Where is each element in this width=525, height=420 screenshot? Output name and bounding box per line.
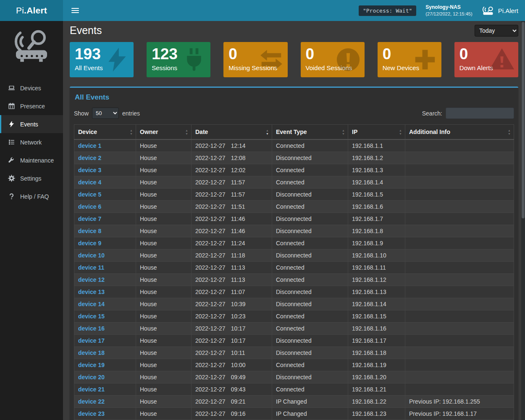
- ip-cell: 192.168.1.7: [348, 213, 405, 225]
- sidebar-item-devices[interactable]: Devices: [0, 79, 63, 97]
- device-link[interactable]: device 1: [78, 142, 101, 149]
- device-link[interactable]: device 22: [78, 398, 105, 405]
- table-row: device 18House2022-12-2710:11Disconnecte…: [74, 347, 514, 359]
- device-link[interactable]: device 19: [78, 362, 105, 368]
- calendar-icon: [8, 102, 15, 110]
- events-table: Device▲▼Owner▲▼Date▲▼Event Type▲▼IP▲▼Add…: [74, 124, 514, 420]
- date-cell: 2022-12-2711:18: [192, 249, 272, 262]
- event-type-cell: Connected: [272, 237, 348, 249]
- column-header-additional-info[interactable]: Additional Info▲▼: [405, 125, 514, 140]
- date-cell: 2022-12-2711:13: [192, 262, 272, 274]
- period-select[interactable]: Today: [475, 25, 518, 37]
- ip-cell: 192.168.1.10: [348, 249, 405, 262]
- device-link[interactable]: device 2: [78, 155, 101, 161]
- additional-info-cell: [405, 286, 514, 298]
- ip-cell: 192.168.1.14: [348, 298, 405, 310]
- page-title: Events: [70, 24, 102, 37]
- ip-cell: 192.168.1.17: [348, 335, 405, 347]
- device-link[interactable]: device 15: [78, 313, 105, 320]
- sidebar-toggle-button[interactable]: [70, 5, 81, 16]
- date-cell: 2022-12-2711:07: [192, 286, 272, 298]
- event-type-cell: Disconnected: [272, 286, 348, 298]
- device-link[interactable]: device 13: [78, 289, 105, 295]
- device-link[interactable]: device 17: [78, 337, 105, 344]
- owner-cell: House: [136, 201, 192, 213]
- stat-cards: 193All Events123Sessions0Missing Session…: [70, 42, 518, 77]
- sidebar-item-events[interactable]: Events: [0, 115, 63, 133]
- device-link[interactable]: device 9: [78, 240, 101, 247]
- table-row: device 6House2022-12-2711:51Connected192…: [74, 201, 514, 213]
- column-header-ip[interactable]: IP▲▼: [348, 125, 405, 140]
- device-link[interactable]: device 7: [78, 215, 101, 222]
- device-link[interactable]: device 11: [78, 264, 104, 271]
- date-cell: 2022-12-2711:46: [192, 225, 272, 237]
- search-input[interactable]: [446, 108, 514, 119]
- device-link[interactable]: device 12: [78, 276, 105, 283]
- ip-cell: 192.168.1.9: [348, 237, 405, 249]
- owner-cell: House: [136, 371, 192, 383]
- ip-cell: 192.168.1.3: [348, 164, 405, 176]
- table-row: device 1House2022-12-2712:14Connected192…: [74, 139, 514, 152]
- device-cell: device 18: [74, 347, 136, 359]
- sidebar-item-network[interactable]: Network: [0, 133, 63, 151]
- device-link[interactable]: device 21: [78, 386, 105, 393]
- sidebar-item-maintenance[interactable]: Maintenance: [0, 151, 63, 169]
- date-cell: 2022-12-2710:39: [192, 298, 272, 310]
- device-link[interactable]: device 18: [78, 349, 105, 356]
- device-link[interactable]: device 10: [78, 252, 105, 259]
- device-cell: device 1: [74, 139, 136, 152]
- bolt-icon: [104, 47, 130, 73]
- ip-cell: 192.168.1.13: [348, 286, 405, 298]
- sidebar-item-presence[interactable]: Presence: [0, 97, 63, 115]
- sidebar-item-settings[interactable]: Settings: [0, 169, 63, 187]
- date-cell: 2022-12-2710:11: [192, 347, 272, 359]
- date-cell: 2022-12-2710:17: [192, 335, 272, 347]
- device-link[interactable]: device 14: [78, 301, 105, 307]
- topbar-brand[interactable]: Pi.Alert: [482, 6, 518, 16]
- device-link[interactable]: device 23: [78, 410, 105, 417]
- entries-select[interactable]: 50: [92, 108, 119, 119]
- additional-info-cell: [405, 225, 514, 237]
- sidebar-item-help-faq[interactable]: Help / FAQ: [0, 187, 63, 205]
- device-info: Synology-NAS (27/12/2022, 12:15:45): [425, 4, 472, 17]
- table-row: device 14House2022-12-2710:39Disconnecte…: [74, 298, 514, 310]
- column-header-owner[interactable]: Owner▲▼: [136, 125, 192, 140]
- ip-cell: 192.168.1.23: [348, 408, 405, 420]
- device-link[interactable]: device 20: [78, 374, 105, 381]
- event-type-cell: Connected: [272, 262, 348, 274]
- scrollbar-thumb[interactable]: [522, 22, 525, 218]
- event-type-cell: Connected: [272, 383, 348, 396]
- device-link[interactable]: device 8: [78, 228, 101, 234]
- date-cell: 2022-12-2711:24: [192, 237, 272, 249]
- ip-cell: 192.168.1.4: [348, 176, 405, 189]
- column-header-event-type[interactable]: Event Type▲▼: [272, 125, 348, 140]
- vertical-scrollbar[interactable]: [521, 21, 525, 420]
- sidebar-menu: DevicesPresenceEventsNetworkMaintenanceS…: [0, 79, 63, 205]
- owner-cell: House: [136, 189, 192, 201]
- additional-info-cell: [405, 323, 514, 335]
- column-header-date[interactable]: Date▲▼: [192, 125, 272, 140]
- sidebar: DevicesPresenceEventsNetworkMaintenanceS…: [0, 21, 63, 420]
- device-link[interactable]: device 3: [78, 167, 101, 173]
- device-link[interactable]: device 4: [78, 179, 101, 186]
- exchange-icon: [258, 47, 284, 73]
- device-link[interactable]: device 6: [78, 203, 101, 210]
- column-header-device[interactable]: Device▲▼: [74, 125, 136, 140]
- app-logo[interactable]: Pi.Alert: [0, 0, 63, 21]
- device-cell: device 22: [74, 396, 136, 408]
- question-icon: [8, 193, 15, 200]
- table-row: device 3House2022-12-2712:02Connected192…: [74, 164, 514, 176]
- device-link[interactable]: device 5: [78, 191, 101, 198]
- additional-info-cell: [405, 347, 514, 359]
- device-link[interactable]: device 16: [78, 325, 105, 332]
- date-cell: 2022-12-2711:57: [192, 176, 272, 189]
- stat-card-voided-sessions: 0Voided Sessions: [301, 42, 365, 77]
- sort-icon: ▲▼: [130, 129, 133, 135]
- event-type-cell: Disconnected: [272, 347, 348, 359]
- owner-cell: House: [136, 298, 192, 310]
- additional-info-cell: [405, 201, 514, 213]
- table-row: device 5House2022-12-2711:57Disconnected…: [74, 189, 514, 201]
- date-cell: 2022-12-2712:08: [192, 152, 272, 164]
- date-cell: 2022-12-2712:14: [192, 139, 272, 152]
- device-cell: device 5: [74, 189, 136, 201]
